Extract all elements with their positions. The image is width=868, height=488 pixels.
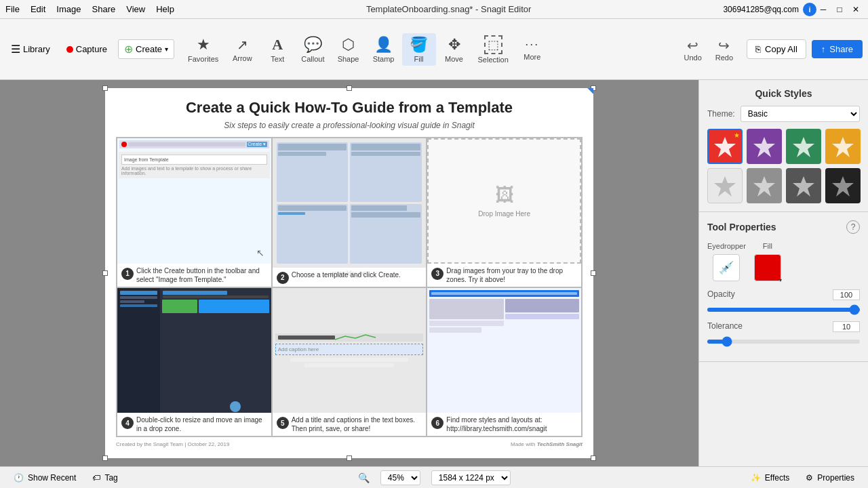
svg-marker-1 [753, 137, 775, 157]
move-icon: ✥ [448, 36, 460, 54]
swatch-icon-yellow [831, 134, 855, 159]
swatch-icon-purple [752, 134, 776, 159]
style-swatch-black[interactable] [825, 168, 861, 203]
tool-fill[interactable]: 🪣 Fill [402, 33, 436, 66]
right-panel: Quick Styles Theme: Basic ★ [698, 80, 868, 466]
close-button[interactable]: ✕ [849, 3, 863, 16]
tool-selection-label: Selection [478, 56, 509, 64]
properties-label: Properties [817, 473, 854, 483]
handle-bottom-right[interactable] [591, 455, 596, 461]
tool-text[interactable]: A Text [260, 33, 294, 66]
create-label: Create [136, 44, 162, 54]
step-cell-1: Create ▾ Image from Template Add images … [117, 138, 272, 287]
zoom-select[interactable]: 45% [380, 470, 420, 485]
tool-properties-title: Tool Properties [707, 222, 776, 232]
tool-shape[interactable]: ⬡ Shape [332, 33, 366, 66]
menu-help[interactable]: Help [156, 4, 174, 14]
document-grid: Create ▾ Image from Template Add images … [116, 137, 583, 437]
eyedropper-button[interactable]: 💉 [713, 254, 740, 281]
footer-left: Created by the Snagit Team | October 22,… [116, 441, 229, 447]
more-icon: ··· [525, 37, 539, 52]
opacity-value[interactable] [833, 289, 860, 300]
step-image-2 [273, 138, 427, 268]
step-badge-4: 4 [121, 417, 134, 429]
tool-more[interactable]: ··· More [515, 35, 549, 64]
fill-dropdown-icon[interactable]: ▾ [779, 277, 782, 283]
handle-bottom-middle[interactable] [347, 455, 352, 461]
handle-bottom-left[interactable] [102, 455, 108, 461]
tool-stamp-label: Stamp [373, 55, 395, 63]
menu-image[interactable]: Image [56, 4, 81, 14]
help-button[interactable]: ? [846, 220, 860, 234]
menu-share[interactable]: Share [92, 4, 116, 14]
redo-label: Redo [715, 54, 733, 62]
swatch-icon-dark-gray [791, 174, 816, 198]
theme-select[interactable]: Basic [741, 106, 860, 122]
style-swatch-white[interactable] [707, 168, 743, 203]
menu-view[interactable]: View [126, 4, 145, 14]
svg-marker-6 [793, 176, 814, 197]
step-image-3[interactable]: 🖼 Drop Image Here [427, 138, 581, 264]
style-swatch-red[interactable]: ★ [707, 129, 743, 164]
record-dot-icon [66, 46, 73, 53]
user-icon[interactable]: i [803, 3, 816, 16]
style-swatch-purple[interactable] [747, 129, 782, 164]
properties-icon: ⚙ [806, 473, 813, 483]
menu-file[interactable]: File [5, 4, 20, 14]
undo-button[interactable]: ↩ Undo [679, 35, 707, 64]
callout-icon: 💬 [304, 36, 322, 54]
tool-callout[interactable]: 💬 Callout [296, 33, 330, 66]
style-swatch-yellow[interactable] [825, 129, 861, 164]
properties-button[interactable]: ⚙ Properties [800, 471, 860, 485]
share-button[interactable]: ↑ Share [812, 40, 863, 58]
clock-icon: 🕐 [14, 473, 24, 483]
capture-button[interactable]: Capture [61, 41, 113, 57]
tool-favorites[interactable]: ★ Favorites [182, 33, 224, 66]
document: NEW! Create a Quick How-To Guide from a … [105, 88, 593, 458]
effects-button[interactable]: ✨ Effects [745, 471, 795, 485]
style-swatch-green[interactable] [786, 129, 821, 164]
handle-middle-right[interactable] [591, 270, 596, 276]
style-swatch-gray[interactable] [747, 168, 782, 203]
footer-right: Made with TechSmith Snagit [511, 441, 583, 447]
tolerance-value[interactable] [833, 321, 860, 332]
menu-bar: File Edit Image Share View Help Template… [0, 0, 868, 19]
plus-icon: ⊕ [124, 43, 133, 56]
search-button[interactable]: 🔍 [358, 472, 370, 483]
copy-all-button[interactable]: ⎘ Copy All [747, 39, 806, 59]
dimensions-select[interactable]: 1584 x 1224 px [431, 470, 511, 485]
redo-button[interactable]: ↪ Redo [710, 35, 738, 64]
opacity-slider[interactable] [707, 308, 860, 312]
share-icon: ↑ [821, 44, 826, 54]
step-cell-3: 🖼 Drop Image Here 3 Drag images from you… [427, 138, 582, 287]
tolerance-slider[interactable] [707, 340, 860, 344]
tool-selection[interactable]: ⬚ Selection [473, 33, 514, 66]
tool-move[interactable]: ✥ Move [437, 33, 471, 66]
tool-arrow[interactable]: ↗ Arrow [225, 34, 259, 65]
handle-top-middle[interactable] [347, 85, 352, 91]
step-caption-2: 2 Choose a template and click Create. [273, 268, 427, 287]
opacity-row: Opacity [707, 289, 860, 314]
menu-edit[interactable]: Edit [31, 4, 45, 14]
window-title: TemplateOnboarding.snag* - Snagit Editor [174, 4, 723, 14]
minimize-button[interactable]: ─ [816, 3, 830, 16]
toolbar-actions: ⎘ Copy All ↑ Share [747, 39, 863, 59]
status-left: 🕐 Show Recent 🏷 Tag [8, 471, 123, 485]
create-button[interactable]: ⊕ Create ▾ [118, 39, 174, 59]
tag-button[interactable]: 🏷 Tag [87, 471, 123, 485]
step-badge-5: 5 [277, 417, 289, 429]
handle-middle-left[interactable] [102, 270, 108, 276]
svg-marker-2 [793, 137, 814, 157]
undo-icon: ↩ [687, 37, 698, 54]
tool-stamp[interactable]: 👤 Stamp [367, 33, 401, 66]
show-recent-button[interactable]: 🕐 Show Recent [8, 471, 81, 485]
theme-row: Theme: Basic [707, 106, 860, 122]
handle-top-left[interactable] [102, 85, 108, 91]
tool-move-label: Move [445, 55, 463, 63]
style-swatch-dark-gray[interactable] [786, 168, 821, 203]
maximize-button[interactable]: □ [833, 3, 846, 16]
fill-color-swatch[interactable]: ▾ [754, 254, 781, 281]
copy-icon: ⎘ [755, 44, 761, 54]
step-caption-4: 4 Double-click to resize and move an ima… [117, 413, 271, 436]
library-button[interactable]: ☰ Library [5, 40, 56, 58]
